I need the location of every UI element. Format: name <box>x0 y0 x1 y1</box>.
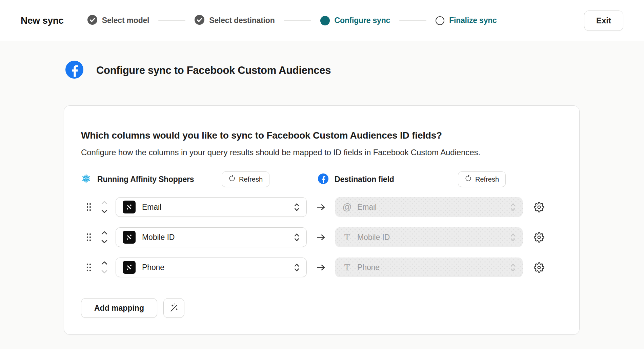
refresh-label: Refresh <box>475 176 499 183</box>
move-up-button[interactable] <box>101 231 108 235</box>
gear-icon <box>534 239 544 244</box>
check-circle-icon <box>195 15 204 26</box>
empty-circle-icon <box>436 16 444 25</box>
right-arrow-icon <box>307 204 335 211</box>
column-headers: Running Affinity Shoppers Refresh Destin… <box>81 171 560 187</box>
mapping-card: Which columns would you like to sync to … <box>64 105 580 335</box>
refresh-icon <box>465 175 472 184</box>
filled-dot-icon <box>320 16 330 25</box>
gear-icon <box>534 269 544 274</box>
destination-field-value: Email <box>357 203 377 212</box>
step-label: Select model <box>102 16 149 25</box>
mapping-row: Email @ Email <box>81 197 560 217</box>
step-label: Configure sync <box>335 16 390 25</box>
move-down-button[interactable] <box>101 209 108 213</box>
destination-column-header: Destination field <box>318 171 394 187</box>
source-field-select[interactable]: Mobile ID <box>116 227 307 247</box>
exit-button[interactable]: Exit <box>584 11 623 31</box>
mapping-row: Phone T Phone <box>81 258 560 277</box>
step-connector <box>399 20 426 21</box>
step-connector <box>284 20 311 21</box>
drag-dots-icon[interactable] <box>86 233 92 242</box>
suggest-mappings-button[interactable] <box>163 298 184 318</box>
drag-dots-icon[interactable] <box>86 263 92 272</box>
chevron-up-down-icon <box>510 203 516 212</box>
destination-field-select-disabled: T Mobile ID <box>335 227 523 247</box>
step-finalize-sync[interactable]: Finalize sync <box>436 16 497 25</box>
magic-wand-icon <box>169 303 179 313</box>
right-arrow-icon <box>307 264 335 271</box>
row-reorder-controls <box>101 261 108 274</box>
destination-field-value: Mobile ID <box>357 233 390 242</box>
wizard-title: New sync <box>21 15 64 26</box>
refresh-source-button[interactable]: Refresh <box>222 171 269 187</box>
sync-wizard-screen: New sync Select model Select destination <box>0 0 644 349</box>
field-settings-button[interactable] <box>534 202 544 212</box>
mapping-actions: Add mapping <box>81 298 560 318</box>
column-slash-icon <box>123 201 136 213</box>
chevron-up-down-icon <box>510 233 516 242</box>
wizard-topbar: New sync Select model Select destination <box>0 0 644 41</box>
step-label: Finalize sync <box>449 16 497 25</box>
snowflake-icon <box>81 173 91 185</box>
at-sign-icon: @ <box>342 202 352 212</box>
destination-column-name: Destination field <box>335 175 394 184</box>
mapping-row: Mobile ID T Mobile ID <box>81 227 560 247</box>
check-circle-icon <box>87 15 97 26</box>
source-field-value: Mobile ID <box>142 233 175 242</box>
field-settings-button[interactable] <box>534 262 544 273</box>
page-header: Configure sync to Facebook Custom Audien… <box>65 61 644 80</box>
step-configure-sync[interactable]: Configure sync <box>320 16 390 25</box>
step-label: Select destination <box>209 16 275 25</box>
gear-icon <box>534 208 544 213</box>
card-heading: Which columns would you like to sync to … <box>81 129 560 142</box>
step-select-model[interactable]: Select model <box>87 15 149 26</box>
step-connector <box>158 20 185 21</box>
destination-field-select-disabled: T Phone <box>335 258 523 277</box>
right-arrow-icon <box>307 234 335 241</box>
text-type-icon: T <box>342 232 352 243</box>
refresh-destination-button[interactable]: Refresh <box>458 171 506 187</box>
move-up-button[interactable] <box>101 201 108 205</box>
wizard-stepper: Select model Select destination Configur… <box>87 15 497 26</box>
chevron-up-down-icon <box>294 263 300 272</box>
drag-dots-icon[interactable] <box>86 203 92 211</box>
column-slash-icon <box>123 231 136 244</box>
row-reorder-controls <box>101 231 108 244</box>
text-type-icon: T <box>342 262 352 273</box>
column-slash-icon <box>123 261 136 274</box>
step-select-destination[interactable]: Select destination <box>195 15 275 26</box>
destination-field-value: Phone <box>357 263 380 272</box>
add-mapping-button[interactable]: Add mapping <box>81 298 157 318</box>
source-model-name: Running Affinity Shoppers <box>97 175 194 184</box>
chevron-up-down-icon <box>510 263 516 272</box>
source-field-select[interactable]: Phone <box>116 258 307 277</box>
page-title: Configure sync to Facebook Custom Audien… <box>96 64 331 77</box>
source-column-header: Running Affinity Shoppers <box>81 171 194 187</box>
refresh-icon <box>228 175 236 184</box>
facebook-icon <box>65 61 83 80</box>
chevron-up-down-icon <box>294 233 300 242</box>
destination-field-select-disabled: @ Email <box>335 197 523 217</box>
facebook-icon <box>318 173 328 185</box>
source-field-value: Email <box>142 203 161 212</box>
source-field-select[interactable]: Email <box>116 197 307 217</box>
refresh-label: Refresh <box>239 176 263 183</box>
move-down-button[interactable] <box>101 240 108 244</box>
move-up-button[interactable] <box>101 261 108 265</box>
source-field-value: Phone <box>142 263 164 272</box>
field-settings-button[interactable] <box>534 232 544 243</box>
card-subheading: Configure how the columns in your query … <box>81 147 560 158</box>
row-reorder-controls <box>101 201 108 213</box>
move-down-button[interactable] <box>101 270 108 274</box>
chevron-up-down-icon <box>294 203 300 212</box>
